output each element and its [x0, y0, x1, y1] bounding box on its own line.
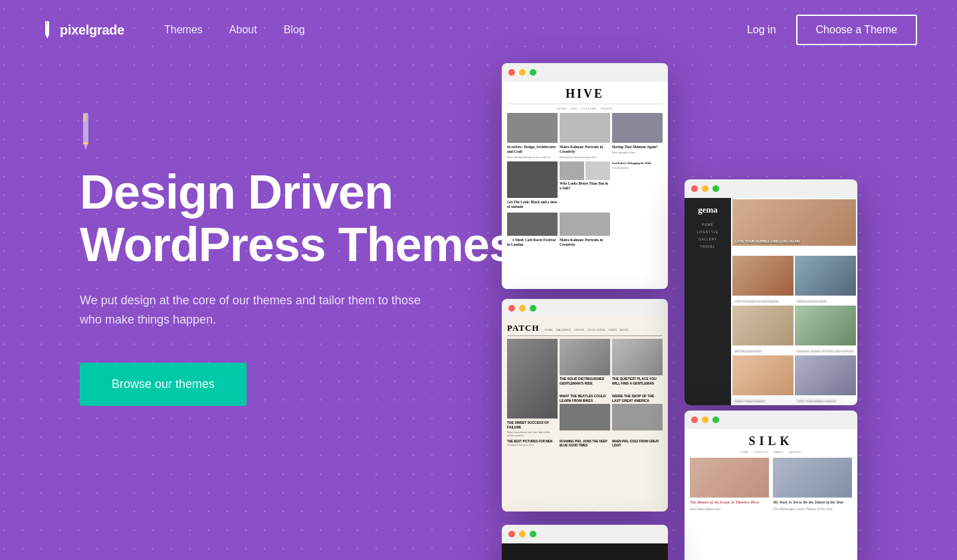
- pencil-decoration-icon: [80, 113, 92, 153]
- hero-subtitle: We put design at the core of our themes …: [80, 291, 439, 329]
- titlebar-dot-yellow: [519, 531, 526, 537]
- nav-about[interactable]: About: [229, 24, 257, 36]
- nav-right: Log in Choose a Theme: [747, 15, 917, 45]
- browse-themes-button[interactable]: Browse our themes: [80, 363, 247, 406]
- svg-rect-6: [83, 142, 88, 144]
- logo-icon: [40, 21, 54, 39]
- navbar: pixelgrade Themes About Blog Log in Choo…: [0, 0, 957, 60]
- hero-title: Design Driven WordPress Themes: [80, 166, 532, 271]
- titlebar-dot-green: [530, 531, 536, 537]
- titlebar-dot-red: [691, 417, 698, 423]
- nav-links: Themes About Blog: [164, 24, 305, 36]
- login-link[interactable]: Log in: [747, 24, 776, 36]
- brand-name: pixelgrade: [60, 23, 124, 38]
- nav-blog[interactable]: Blog: [284, 24, 305, 36]
- titlebar-dot-yellow: [702, 417, 708, 423]
- titlebar-dot-green: [712, 417, 719, 423]
- theme-card-silk: SILK HOMELIFESTYLETRAVELGALLERY The Retu…: [685, 411, 857, 560]
- svg-rect-4: [84, 114, 86, 121]
- svg-rect-2: [46, 23, 47, 25]
- hero-section: Design Driven WordPress Themes We put de…: [0, 60, 957, 406]
- silk-logo: SILK: [690, 434, 852, 448]
- titlebar-dot-red: [508, 531, 515, 537]
- nav-themes[interactable]: Themes: [164, 24, 203, 36]
- choose-theme-button[interactable]: Choose a Theme: [796, 15, 917, 45]
- theme-card-bottom: [502, 525, 668, 560]
- svg-marker-1: [45, 35, 49, 39]
- logo[interactable]: pixelgrade: [40, 21, 124, 39]
